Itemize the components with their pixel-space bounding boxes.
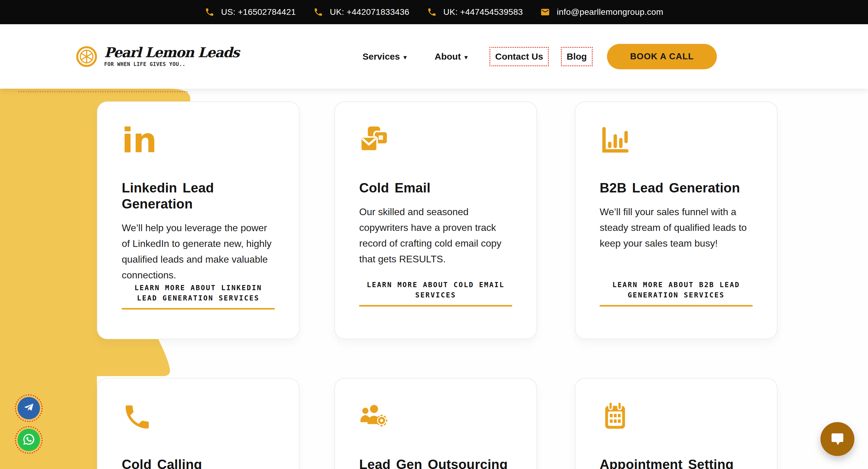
- card-lead-gen-outsourcing: Lead Gen Outsourcing: [334, 378, 537, 469]
- linkedin-icon: in: [122, 125, 156, 156]
- chat-bubble-icon: [828, 429, 847, 449]
- card-title: B2B Lead Generation: [600, 180, 740, 196]
- card-title: Cold Email: [359, 180, 430, 196]
- card-cold-email: Cold Email Our skilled and seasoned copy…: [334, 101, 537, 339]
- nav-blog[interactable]: Blog: [561, 47, 593, 66]
- card-appointment-setting: Appointment Setting: [575, 378, 777, 469]
- site-header: Pearl Lemon Leads FOR WHEN LIFE GIVES YO…: [0, 24, 868, 89]
- phone-uk-1-label: UK: +442071833436: [330, 7, 409, 17]
- bar-chart-icon: [600, 125, 630, 156]
- phone-uk-2-label: UK: +447454539583: [443, 7, 523, 17]
- learn-more-b2b-link[interactable]: LEARN MORE ABOUT B2B LEAD GENERATION SER…: [600, 280, 753, 306]
- card-title: Appointment Setting: [600, 457, 734, 469]
- card-cold-calling: Cold Calling: [97, 378, 300, 469]
- card-b2b-lead-generation: B2B Lead Generation We’ll fill your sale…: [575, 101, 777, 339]
- phone-uk-1[interactable]: UK: +442071833436: [313, 7, 409, 17]
- email-contact[interactable]: info@pearllemongroup.com: [540, 7, 663, 17]
- card-title: Lead Gen Outsourcing: [359, 457, 507, 469]
- nav-blog-label: Blog: [567, 52, 587, 62]
- card-description: Our skilled and seasoned copywriters hav…: [359, 204, 512, 267]
- telegram-button[interactable]: [15, 394, 43, 422]
- lemon-logo-icon: [76, 46, 97, 67]
- learn-more-cold-email-link[interactable]: LEARN MORE ABOUT COLD EMAIL SERVICES: [359, 280, 512, 306]
- logo-tagline: FOR WHEN LIFE GIVES YOU..: [104, 61, 239, 67]
- phone-handset-icon: [122, 402, 153, 432]
- card-description: We’ll help you leverage the power of Lin…: [122, 220, 275, 283]
- phone-icon: [205, 7, 214, 17]
- chevron-down-icon: ▾: [403, 54, 406, 60]
- email-label: info@pearllemongroup.com: [557, 7, 663, 17]
- nav-contact-us[interactable]: Contact Us: [489, 47, 549, 66]
- nav-about[interactable]: About ▾: [435, 52, 468, 62]
- card-description: We’ll fill your sales funnel with a stea…: [600, 204, 753, 251]
- cold-email-icon: [359, 125, 390, 156]
- card-linkedin-lead-generation: in Linkedin Lead Generation We’ll help y…: [97, 101, 300, 339]
- logo[interactable]: Pearl Lemon Leads FOR WHEN LIFE GIVES YO…: [76, 46, 239, 67]
- chevron-down-icon: ▾: [465, 54, 468, 60]
- mail-icon: [540, 7, 550, 17]
- phone-uk-2[interactable]: UK: +447454539583: [427, 7, 523, 17]
- team-gear-icon: [359, 402, 390, 432]
- nav-services[interactable]: Services ▾: [363, 52, 407, 62]
- card-title: Cold Calling: [122, 457, 202, 469]
- chat-widget-button[interactable]: [820, 422, 855, 456]
- telegram-icon: [21, 400, 37, 417]
- phone-icon: [427, 7, 437, 17]
- calendar-icon: [600, 402, 630, 432]
- nav-services-label: Services: [363, 52, 400, 62]
- nav-about-label: About: [435, 52, 461, 62]
- logo-title: Pearl Lemon Leads: [104, 46, 239, 59]
- decorative-dotted-line: [18, 91, 188, 92]
- top-contact-bar: US: +16502784421 UK: +442071833436 UK: +…: [0, 0, 868, 24]
- phone-icon: [313, 7, 323, 17]
- phone-us[interactable]: US: +16502784421: [205, 7, 296, 17]
- book-a-call-button[interactable]: BOOK A CALL: [607, 44, 717, 69]
- learn-more-linkedin-link[interactable]: LEARN MORE ABOUT LINKEDIN LEAD GENERATIO…: [122, 283, 275, 309]
- whatsapp-button[interactable]: [15, 426, 43, 454]
- card-title: Linkedin Lead Generation: [122, 180, 275, 212]
- whatsapp-icon: [21, 432, 37, 448]
- phone-us-label: US: +16502784421: [221, 7, 296, 17]
- nav-contact-us-label: Contact Us: [495, 52, 543, 62]
